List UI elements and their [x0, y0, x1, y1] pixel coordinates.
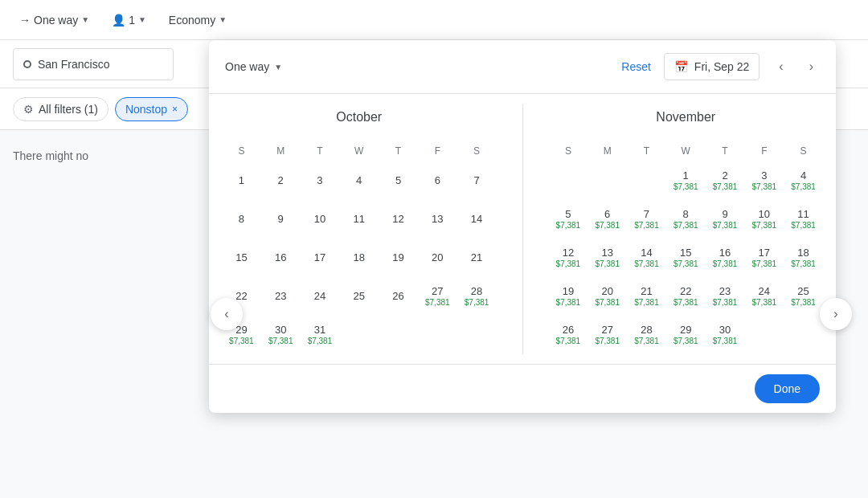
table-row[interactable]: 6$7,381 [588, 200, 627, 239]
table-row[interactable]: 2 [261, 161, 301, 200]
cal-next-month-button[interactable]: › [803, 56, 820, 77]
cabin-label: Economy [169, 14, 215, 27]
table-row[interactable]: 8 [222, 200, 261, 239]
table-row[interactable]: 19$7,381 [549, 277, 588, 316]
november-month: November S M T W T F S 1$7,3812$7,3 [549, 104, 824, 354]
dow-tue: T [627, 141, 666, 161]
done-button[interactable]: Done [755, 374, 820, 403]
table-row [418, 316, 457, 354]
filter-icon: ⚙ [23, 103, 34, 116]
table-row[interactable]: 29$7,381 [666, 316, 706, 354]
table-row[interactable]: 28$7,381 [457, 277, 497, 316]
table-row[interactable]: 18$7,381 [784, 239, 823, 277]
dow-tue: T [301, 141, 340, 161]
table-row[interactable]: 7 [457, 161, 497, 200]
table-row[interactable]: 6 [418, 161, 457, 200]
trip-type-label: One way [34, 14, 78, 27]
table-row[interactable]: 3 [301, 161, 340, 200]
table-row[interactable]: 10$7,381 [744, 200, 784, 239]
table-row[interactable]: 16$7,381 [706, 239, 745, 277]
table-row[interactable]: 1$7,381 [666, 161, 706, 200]
cal-date-value: Fri, Sep 22 [694, 60, 749, 73]
dow-wed: W [339, 141, 379, 161]
table-row[interactable]: 17$7,381 [744, 239, 784, 277]
table-row[interactable]: 13 [418, 200, 457, 239]
origin-input[interactable]: San Francisco [13, 48, 174, 80]
table-row[interactable]: 14$7,381 [627, 239, 666, 277]
passengers-chevron: ▼ [138, 15, 146, 24]
table-row[interactable]: 25$7,381 [784, 277, 823, 316]
table-row[interactable]: 5 [379, 161, 418, 200]
cal-prev-month-button[interactable]: ‹ [772, 56, 789, 77]
dow-thu: T [706, 141, 745, 161]
table-row[interactable]: 18 [339, 239, 379, 277]
nav-arrow-right[interactable]: › [820, 298, 852, 330]
table-row[interactable]: 9$7,381 [706, 200, 745, 239]
month-divider [522, 104, 523, 354]
table-row[interactable]: 4$7,381 [784, 161, 823, 200]
table-row[interactable]: 8$7,381 [666, 200, 706, 239]
table-row[interactable]: 30$7,381 [261, 316, 301, 354]
table-row[interactable]: 11 [339, 200, 379, 239]
cabin-selector[interactable]: Economy ▼ [162, 9, 233, 31]
all-filters-chip[interactable]: ⚙ All filters (1) [13, 97, 108, 121]
table-row[interactable]: 20$7,381 [588, 277, 627, 316]
table-row[interactable]: 30$7,381 [706, 316, 745, 354]
all-filters-label: All filters (1) [39, 103, 98, 116]
table-row[interactable]: 19 [379, 239, 418, 277]
table-row[interactable]: 15$7,381 [666, 239, 706, 277]
trip-type-selector[interactable]: → One way ▼ [13, 9, 96, 31]
table-row[interactable]: 11$7,381 [784, 200, 823, 239]
table-row[interactable]: 23 [261, 277, 301, 316]
calendar-overlay: One way ▼ Reset 📅 Fri, Sep 22 ‹ › Octobe… [209, 40, 836, 413]
table-row[interactable]: 24$7,381 [744, 277, 784, 316]
table-row[interactable]: 27$7,381 [418, 277, 457, 316]
table-row[interactable]: 31$7,381 [301, 316, 340, 354]
top-bar: → One way ▼ 👤 1 ▼ Economy ▼ [0, 0, 868, 40]
dow-thu: T [379, 141, 418, 161]
table-row [744, 316, 784, 354]
table-row [627, 161, 666, 200]
dow-mon: M [588, 141, 627, 161]
table-row[interactable]: 9 [261, 200, 301, 239]
table-row[interactable]: 26 [379, 277, 418, 316]
table-row[interactable]: 22$7,381 [666, 277, 706, 316]
nonstop-chip[interactable]: Nonstop × [115, 97, 188, 121]
table-row[interactable]: 4 [339, 161, 379, 200]
table-row[interactable]: 12$7,381 [549, 239, 588, 277]
passengers-label: 1 [129, 14, 135, 27]
table-row[interactable]: 17 [301, 239, 340, 277]
table-row[interactable]: 21 [457, 239, 497, 277]
table-row[interactable]: 25 [339, 277, 379, 316]
cal-trip-type-selector[interactable]: One way ▼ [225, 60, 282, 73]
table-row[interactable]: 13$7,381 [588, 239, 627, 277]
table-row[interactable]: 7$7,381 [627, 200, 666, 239]
table-row[interactable]: 28$7,381 [627, 316, 666, 354]
table-row[interactable]: 16 [261, 239, 301, 277]
table-row[interactable]: 26$7,381 [549, 316, 588, 354]
cal-reset-button[interactable]: Reset [621, 60, 651, 73]
table-row[interactable]: 14 [457, 200, 497, 239]
table-row[interactable]: 10 [301, 200, 340, 239]
table-row[interactable]: 20 [418, 239, 457, 277]
dow-sat: S [784, 141, 823, 161]
table-row[interactable]: 12 [379, 200, 418, 239]
table-row [549, 161, 588, 200]
table-row[interactable]: 2$7,381 [706, 161, 745, 200]
calendar-footer: Done [209, 364, 836, 413]
dow-fri: F [744, 141, 784, 161]
table-row[interactable]: 23$7,381 [706, 277, 745, 316]
table-row[interactable]: 27$7,381 [588, 316, 627, 354]
dow-wed: W [666, 141, 706, 161]
table-row[interactable]: 3$7,381 [744, 161, 784, 200]
table-row[interactable]: 15 [222, 239, 261, 277]
table-row[interactable]: 1 [222, 161, 261, 200]
table-row[interactable]: 24 [301, 277, 340, 316]
passengers-selector[interactable]: 👤 1 ▼ [105, 9, 153, 31]
nonstop-remove-icon[interactable]: × [172, 104, 178, 115]
table-row[interactable]: 21$7,381 [627, 277, 666, 316]
dow-sat: S [457, 141, 497, 161]
table-row[interactable]: 5$7,381 [549, 200, 588, 239]
origin-value: San Francisco [38, 58, 109, 71]
nav-arrow-left[interactable]: ‹ [211, 298, 243, 330]
